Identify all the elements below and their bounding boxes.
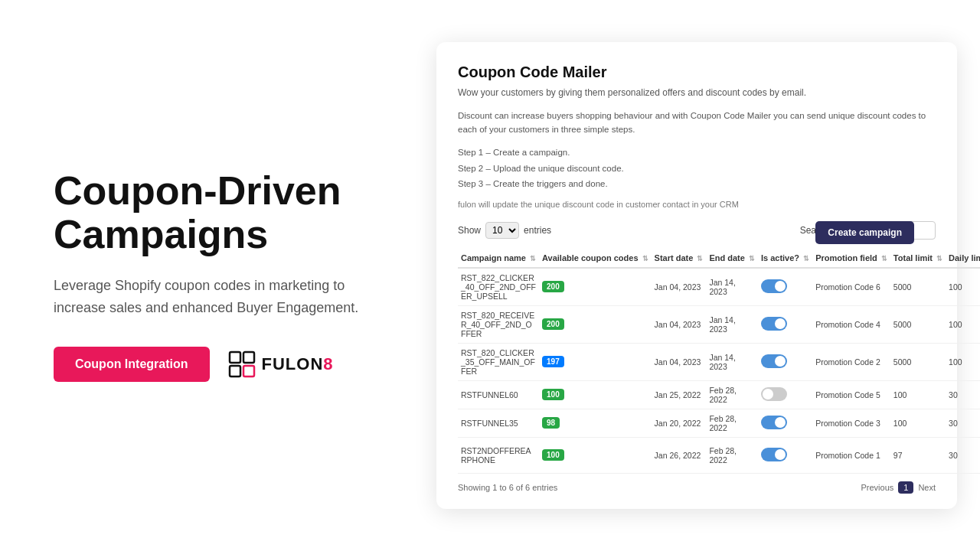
cell-promo: Promotion Code 3 [812,409,890,437]
app-note: fulon will update the unique discount co… [458,200,936,209]
cell-badge: 200 [539,305,652,343]
cell-start: Jan 26, 2022 [652,437,707,473]
right-panel: Coupon Code Mailer Wow your customers by… [429,27,980,524]
svg-rect-3 [243,366,254,377]
pagination: Previous 1 Next [861,481,936,494]
cell-promo: Promotion Code 5 [812,380,890,409]
create-campaign-button[interactable]: Create campaign [815,221,914,244]
cell-start: Jan 25, 2022 [652,380,707,409]
cell-daily: 100 [946,305,980,343]
show-entries: Show 10 25 50 entries [458,222,551,239]
cell-end: Jan 14, 2023 [706,305,758,343]
table-row: RST_822_CLICKER_40_OFF_2ND_OFFER_UPSELL … [458,268,980,306]
entries-label: entries [524,225,551,236]
cell-total: 97 [890,437,946,473]
app-subtitle: Wow your customers by giving them person… [458,87,936,98]
cell-name: RST_822_CLICKER_40_OFF_2ND_OFFER_UPSELL [458,268,539,306]
col-total: Total limit ⇅ [890,249,946,268]
table-row: RSTFUNNEL35 98 Jan 20, 2022 Feb 28, 2022… [458,409,980,437]
cell-promo: Promotion Code 1 [812,437,890,473]
step3: Step 3 – Create the triggers and done. [458,176,936,192]
table-footer: Showing 1 to 6 of 6 entries Previous 1 N… [458,481,936,494]
cell-end: Feb 28, 2022 [706,437,758,473]
cell-badge: 98 [539,409,652,437]
svg-rect-0 [230,352,240,363]
show-label: Show [458,225,481,236]
cell-end: Feb 28, 2022 [706,380,758,409]
cell-total: 5000 [890,268,946,306]
cell-daily: 30 [946,437,980,473]
cell-start: Jan 04, 2023 [652,305,707,343]
col-start-date: Start date ⇅ [652,249,707,268]
col-campaign-name: Campaign name ⇅ [458,249,539,268]
col-end-date: End date ⇅ [706,249,758,268]
logo-text: FULON8 [262,354,334,374]
prev-label[interactable]: Previous [861,483,893,492]
campaigns-table: Campaign name ⇅ Available coupon codes ⇅… [458,249,980,474]
table-row: RST_820_CLICKER_35_OFF_MAIN_OFFER 197 Ja… [458,343,980,380]
coupon-integration-button[interactable]: Coupon Integration [54,347,210,382]
toolbar-row: Show 10 25 50 entries Search: Create cam… [458,221,936,240]
cell-daily: 100 [946,343,980,380]
cell-total: 100 [890,380,946,409]
next-label[interactable]: Next [918,483,936,492]
page-number[interactable]: 1 [898,481,913,494]
logo-container: FULON8 [228,350,334,378]
cell-promo: Promotion Code 2 [812,343,890,380]
cell-name: RSTFUNNEL35 [458,409,539,437]
cell-daily: 30 [946,409,980,437]
cell-daily: 100 [946,268,980,306]
cell-total: 5000 [890,343,946,380]
svg-rect-1 [243,352,254,363]
cell-total: 5000 [890,305,946,343]
main-heading: Coupon-DrivenCampaigns [54,169,375,256]
cell-active[interactable] [758,380,812,409]
showing-text: Showing 1 to 6 of 6 entries [458,483,557,492]
cell-end: Jan 14, 2023 [706,268,758,306]
cell-active[interactable] [758,305,812,343]
cell-badge: 100 [539,437,652,473]
step1: Step 1 – Create a campaign. [458,145,936,161]
col-active: Is active? ⇅ [758,249,812,268]
cell-name: RST_820_CLICKER_35_OFF_MAIN_OFFER [458,343,539,380]
cell-badge: 200 [539,268,652,306]
col-available-codes: Available coupon codes ⇅ [539,249,652,268]
cell-total: 100 [890,409,946,437]
cell-active[interactable] [758,409,812,437]
cell-active[interactable] [758,343,812,380]
cell-daily: 30 [946,380,980,409]
entries-select[interactable]: 10 25 50 [485,222,519,239]
cell-name: RSTFUNNEL60 [458,380,539,409]
left-panel: Coupon-DrivenCampaigns Leverage Shopify … [0,123,429,428]
cell-badge: 197 [539,343,652,380]
svg-rect-2 [230,366,240,377]
app-card: Coupon Code Mailer Wow your customers by… [436,42,957,509]
cell-active[interactable] [758,268,812,306]
cell-promo: Promotion Code 6 [812,268,890,306]
app-desc: Discount can increase buyers shopping be… [458,109,936,137]
col-daily: Daily limit ⇅ [946,249,980,268]
bottom-row: Coupon Integration FULON8 [54,347,375,382]
col-promo: Promotion field ⇅ [812,249,890,268]
cell-name: RST_820_RECEIVER_40_OFF_2ND_OFFER [458,305,539,343]
cell-start: Jan 04, 2023 [652,268,707,306]
table-row: RST_820_RECEIVER_40_OFF_2ND_OFFER 200 Ja… [458,305,980,343]
app-title: Coupon Code Mailer [458,64,936,81]
table-row: RST2NDOFFEREARPHONE 100 Jan 26, 2022 Feb… [458,437,980,473]
cell-active[interactable] [758,437,812,473]
app-steps: Step 1 – Create a campaign. Step 2 – Upl… [458,145,936,192]
table-row: RSTFUNNEL60 100 Jan 25, 2022 Feb 28, 202… [458,380,980,409]
cell-end: Feb 28, 2022 [706,409,758,437]
step2: Step 2 – Upload the unique discount code… [458,161,936,177]
cell-start: Jan 20, 2022 [652,409,707,437]
sub-text: Leverage Shopify coupon codes in marketi… [54,275,375,319]
cell-start: Jan 04, 2023 [652,343,707,380]
cell-promo: Promotion Code 4 [812,305,890,343]
fulon-logo-icon [228,350,256,378]
cell-badge: 100 [539,380,652,409]
cell-name: RST2NDOFFEREARPHONE [458,437,539,473]
cell-end: Jan 14, 2023 [706,343,758,380]
